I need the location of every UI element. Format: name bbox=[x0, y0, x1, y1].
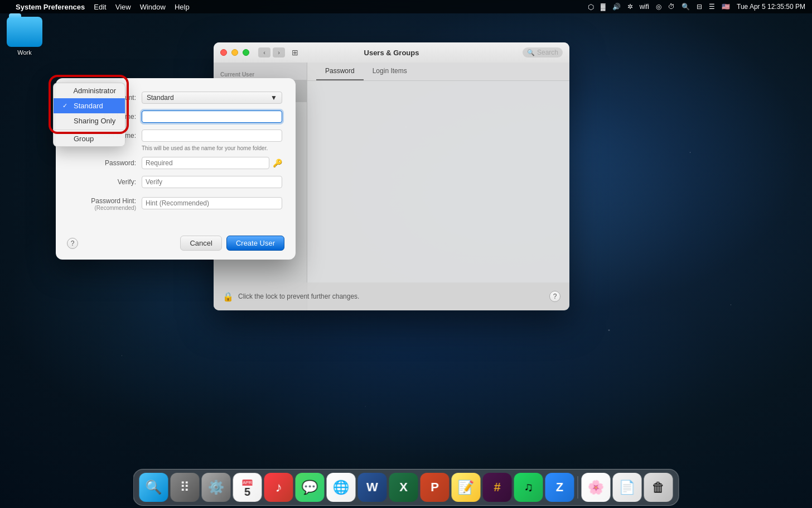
datetime-display[interactable]: Tue Apr 5 12:35:50 PM bbox=[737, 3, 805, 11]
dock-files[interactable]: 📄 bbox=[613, 473, 642, 502]
dock-calendar[interactable]: APR 5 bbox=[233, 473, 262, 502]
dropdown-item-standard[interactable]: ✓ Standard bbox=[54, 98, 125, 113]
dropdown-item-standard-label: Standard bbox=[74, 102, 103, 110]
create-user-button[interactable]: Create User bbox=[226, 236, 284, 251]
dock-slack[interactable]: # bbox=[483, 473, 512, 502]
messages-icon: 💬 bbox=[302, 480, 318, 495]
battery-icon[interactable]: ▓ bbox=[601, 3, 606, 11]
app-name-menu[interactable]: System Preferences bbox=[16, 3, 85, 11]
control-center-icon[interactable]: ⊟ bbox=[697, 3, 702, 11]
word-icon: W bbox=[366, 480, 378, 495]
launchpad-icon: ⠿ bbox=[180, 480, 190, 495]
dropdown-item-sharing-only[interactable]: Sharing Only bbox=[54, 113, 125, 128]
window-bottom: 🔒 Click the lock to prevent further chan… bbox=[214, 282, 569, 310]
window-titlebar: ‹ › ⊞ Users & Groups 🔍 Search bbox=[214, 42, 569, 63]
dock-powerpoint[interactable]: P bbox=[420, 473, 450, 502]
grid-view-button[interactable]: ⊞ bbox=[292, 48, 298, 57]
full-name-input[interactable] bbox=[142, 111, 282, 123]
tab-login-items[interactable]: Login Items bbox=[364, 63, 416, 80]
dock-system-preferences[interactable]: ⚙️ bbox=[202, 473, 231, 502]
wifi-icon[interactable]: wifi bbox=[640, 3, 649, 11]
desktop-folder-work[interactable]: Work bbox=[7, 17, 42, 56]
close-button[interactable] bbox=[220, 49, 227, 56]
forward-button[interactable]: › bbox=[273, 47, 285, 57]
dock-music[interactable]: ♪ bbox=[264, 473, 293, 502]
hint-label: Password Hint: (Recommended) bbox=[69, 195, 142, 211]
clock-icon[interactable]: ⏱ bbox=[668, 3, 675, 11]
password-input[interactable] bbox=[142, 157, 269, 169]
account-name-hint: This will be used as the name for your h… bbox=[142, 145, 282, 151]
dropdown-separator bbox=[54, 130, 125, 130]
dropdown-item-sharing-only-label: Sharing Only bbox=[74, 117, 115, 125]
flag-icon: 🇺🇸 bbox=[722, 3, 730, 11]
powerpoint-icon: P bbox=[431, 480, 439, 495]
minimize-button[interactable] bbox=[231, 49, 238, 56]
dialog-help-button[interactable]: ? bbox=[67, 238, 78, 249]
window-menu[interactable]: Window bbox=[140, 3, 166, 11]
account-type-dropdown[interactable]: Standard ▼ bbox=[142, 92, 282, 104]
password-key-icon[interactable]: 🔑 bbox=[273, 159, 282, 167]
dock-trash[interactable]: 🗑 bbox=[644, 473, 673, 502]
files-icon: 📄 bbox=[619, 480, 636, 495]
search-placeholder[interactable]: Search bbox=[537, 49, 558, 56]
edit-menu[interactable]: Edit bbox=[94, 3, 106, 11]
hint-row: Password Hint: (Recommended) bbox=[69, 195, 282, 211]
search-icon[interactable]: 🔍 bbox=[682, 3, 690, 11]
password-label: Password: bbox=[69, 159, 142, 167]
dock-excel[interactable]: X bbox=[389, 473, 418, 502]
main-area: Password Login Items bbox=[307, 63, 569, 310]
hint-label-text: Password Hint: bbox=[69, 197, 136, 205]
volume-icon[interactable]: 🔊 bbox=[612, 3, 621, 11]
folder-label: Work bbox=[17, 49, 31, 56]
dropbox-icon[interactable]: ⬡ bbox=[588, 3, 594, 11]
photos-icon: 🌸 bbox=[588, 480, 605, 495]
dropdown-item-group-label: Group bbox=[74, 135, 94, 143]
account-name-input[interactable] bbox=[142, 130, 282, 142]
slack-icon: # bbox=[494, 480, 500, 495]
desktop: System Preferences Edit View Window Help… bbox=[0, 0, 812, 508]
help-menu[interactable]: Help bbox=[175, 3, 190, 11]
account-type-value: Standard bbox=[147, 94, 174, 102]
tab-password[interactable]: Password bbox=[316, 63, 364, 80]
folder-icon bbox=[7, 17, 42, 47]
verify-row: Verify: bbox=[69, 176, 282, 188]
dock-word[interactable]: W bbox=[358, 473, 387, 502]
finder-icon: 🔍 bbox=[146, 480, 162, 495]
dropdown-container: Administrator ✓ Standard Sharing Only Gr… bbox=[53, 83, 125, 147]
dropdown-item-administrator[interactable]: Administrator bbox=[54, 83, 125, 98]
back-button[interactable]: ‹ bbox=[258, 47, 270, 57]
bluetooth-icon[interactable]: ✲ bbox=[627, 3, 633, 11]
lock-icon[interactable]: 🔒 bbox=[223, 291, 234, 302]
dock-spotify[interactable]: ♫ bbox=[514, 473, 543, 502]
verify-input[interactable] bbox=[142, 176, 282, 188]
dialog-footer: ? Cancel Create User bbox=[56, 229, 296, 260]
cancel-button[interactable]: Cancel bbox=[180, 236, 221, 251]
notification-icon[interactable]: ☰ bbox=[709, 3, 715, 11]
dock-finder[interactable]: 🔍 bbox=[139, 473, 168, 502]
zoom-icon: Z bbox=[556, 480, 563, 495]
search-box: 🔍 Search bbox=[523, 47, 563, 57]
dock-photos[interactable]: 🌸 bbox=[582, 473, 611, 502]
menubar-right: ⬡ ▓ 🔊 ✲ wifi ◎ ⏱ 🔍 ⊟ ☰ 🇺🇸 Tue Apr 5 12:3… bbox=[581, 3, 812, 11]
hint-input[interactable] bbox=[142, 197, 282, 209]
dropdown-item-group[interactable]: Group bbox=[54, 131, 125, 146]
focus-icon[interactable]: ◎ bbox=[656, 3, 661, 11]
dock-chrome[interactable]: 🌐 bbox=[327, 473, 356, 502]
hint-sublabel-text: (Recommended) bbox=[69, 205, 136, 211]
maximize-button[interactable] bbox=[243, 49, 249, 56]
window-help-button[interactable]: ? bbox=[549, 291, 560, 302]
dropdown-arrow-icon: ▼ bbox=[270, 94, 277, 102]
dock-messages[interactable]: 💬 bbox=[296, 473, 325, 502]
spotify-icon: ♫ bbox=[524, 480, 533, 495]
dock-launchpad[interactable]: ⠿ bbox=[171, 473, 200, 502]
trash-icon: 🗑 bbox=[652, 480, 665, 495]
view-menu[interactable]: View bbox=[115, 3, 131, 11]
search-icon: 🔍 bbox=[527, 49, 535, 56]
dock-zoom[interactable]: Z bbox=[545, 473, 574, 502]
dock-notes[interactable]: 📝 bbox=[452, 473, 481, 502]
account-type-dropdown-menu: Administrator ✓ Standard Sharing Only Gr… bbox=[53, 83, 125, 147]
dropdown-item-administrator-label: Administrator bbox=[73, 87, 116, 95]
password-row: Password: 🔑 bbox=[69, 157, 282, 169]
menubar-left: System Preferences Edit View Window Help bbox=[0, 3, 196, 11]
dialog-action-buttons: Cancel Create User bbox=[180, 236, 284, 251]
